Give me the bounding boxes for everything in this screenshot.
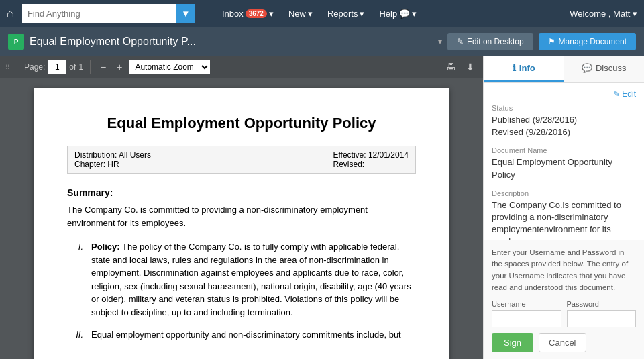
nav-reports[interactable]: Reports ▾ (321, 5, 372, 23)
reports-label: Reports (327, 9, 358, 19)
title-dropdown-icon[interactable]: ▾ (438, 37, 442, 46)
nav-inbox[interactable]: Inbox 3672 ▾ (215, 5, 280, 23)
pdf-effective: Effective: 12/01/2014 (333, 150, 409, 160)
inbox-label: Inbox (222, 9, 244, 19)
username-col: Username (492, 300, 561, 327)
list-content: Policy: The policy of the Company Co. is… (91, 240, 416, 319)
welcome-label: Welcome , Matt (570, 9, 630, 19)
right-panel: ℹ Info 💬 Discuss ✎ Edit Status Published… (483, 56, 644, 359)
sign-section: Enter your Username and Password in the … (484, 240, 644, 359)
tab-discuss[interactable]: 💬 Discuss (564, 56, 645, 82)
tab-info[interactable]: ℹ Info (484, 56, 564, 82)
pdf-distribution: Distribution: All Users (74, 150, 151, 160)
sign-button[interactable]: Sign (492, 333, 533, 352)
pdf-viewer: ⠿ Page: of 1 − + Automatic Zoom 🖶 ⬇ Equa… (0, 56, 483, 359)
pdf-revised: Revised: (333, 160, 409, 169)
top-navigation: ⌂ ▼ Inbox 3672 ▾ New ▾ Reports ▾ Help 💬 … (0, 0, 644, 27)
manage-document-button[interactable]: ⚑ Manage Document (539, 33, 636, 50)
pdf-download-button[interactable]: ⬇ (463, 60, 478, 74)
edit-label: Edit (622, 89, 636, 99)
help-label: Help (379, 9, 397, 19)
sign-form-buttons: Sign Cancel (492, 333, 636, 352)
pdf-toolbar-handle: ⠿ (5, 64, 10, 71)
pdf-content[interactable]: Equal Employment Opportunity Policy Dist… (0, 78, 483, 359)
nav-new[interactable]: New ▾ (282, 5, 319, 23)
list-num: II. (67, 328, 83, 342)
document-title: Equal Employment Opportunity P... (30, 36, 433, 48)
status-field: Status Published (9/28/2016) Revised (9/… (492, 104, 636, 138)
pdf-page-of: of (69, 62, 76, 72)
sign-instruction-text: Enter your Username and Password in the … (492, 247, 636, 293)
edit-pencil-icon: ✎ (613, 89, 620, 99)
help-dropdown-icon: ▾ (412, 9, 417, 19)
pdf-document-title: Equal Employment Opportunity Policy (67, 115, 416, 132)
username-input[interactable] (492, 310, 561, 327)
username-label: Username (492, 300, 561, 308)
tab-discuss-label: Discuss (596, 63, 627, 73)
pdf-print-button[interactable]: 🖶 (443, 60, 459, 74)
title-actions: ✎ Edit on Desktop ⚑ Manage Document (447, 33, 636, 50)
description-label: Description (492, 189, 636, 197)
panel-edit-link[interactable]: ✎ Edit (492, 89, 636, 99)
pdf-page-label: Page: (24, 62, 45, 72)
edit-on-desktop-button[interactable]: ✎ Edit on Desktop (447, 33, 533, 50)
pdf-summary-heading: Summary: (67, 187, 416, 198)
password-label: Password (567, 300, 637, 308)
pdf-page: Equal Employment Opportunity Policy Dist… (34, 88, 449, 359)
search-dropdown-button[interactable]: ▼ (176, 4, 195, 23)
pdf-meta-box: Distribution: All Users Chapter: HR Effe… (67, 146, 416, 174)
status-label: Status (492, 104, 636, 112)
tab-info-label: Info (519, 63, 535, 73)
reports-dropdown-icon: ▾ (360, 9, 364, 19)
pdf-page-input[interactable] (48, 60, 66, 74)
list-item: I. Policy: The policy of the Company Co.… (67, 240, 416, 319)
pdf-meta-right: Effective: 12/01/2014 Revised: (333, 150, 409, 169)
pdf-page-section: Page: of 1 (24, 60, 83, 74)
panel-tabs: ℹ Info 💬 Discuss (484, 56, 644, 83)
inbox-badge: 3672 (246, 9, 267, 18)
list-item: II. Equal employment opportunity and non… (67, 328, 416, 342)
cancel-button[interactable]: Cancel (539, 333, 586, 352)
help-chat-icon: 💬 (399, 9, 410, 19)
list-num: I. (67, 240, 83, 319)
search-input[interactable] (22, 4, 176, 23)
pdf-chapter: Chapter: HR (74, 160, 151, 169)
welcome-menu[interactable]: Welcome , Matt ▾ (570, 9, 637, 19)
inbox-dropdown-icon: ▾ (269, 9, 274, 19)
new-label: New (288, 9, 306, 19)
main-area: ⠿ Page: of 1 − + Automatic Zoom 🖶 ⬇ Equa… (0, 56, 644, 359)
doc-name-value: Equal Employment Opportunity Policy (492, 156, 636, 181)
status-value: Published (9/28/2016) Revised (9/28/2016… (492, 114, 636, 138)
panel-edit-area: ✎ Edit (492, 89, 636, 99)
home-icon[interactable]: ⌂ (7, 7, 14, 21)
info-icon: ℹ (513, 63, 516, 73)
edit-desktop-icon: ✎ (457, 37, 464, 46)
nav-items: Inbox 3672 ▾ New ▾ Reports ▾ Help 💬 ▾ (215, 5, 564, 23)
pdf-zoom-out-button[interactable]: − (97, 60, 109, 74)
search-container: ▼ (22, 4, 210, 23)
pdf-zoom-select[interactable]: Automatic Zoom (129, 60, 210, 74)
discuss-icon: 💬 (582, 63, 592, 73)
list-content: Equal employment opportunity and non-dis… (91, 328, 401, 342)
pdf-toolbar: ⠿ Page: of 1 − + Automatic Zoom 🖶 ⬇ (0, 56, 483, 78)
panel-info-content: ✎ Edit Status Published (9/28/2016) Revi… (484, 83, 644, 240)
document-icon: P (8, 34, 24, 50)
password-col: Password (567, 300, 637, 327)
pdf-policy-list: I. Policy: The policy of the Company Co.… (67, 240, 416, 342)
pdf-summary-text: The Company Co. is committed to providin… (67, 203, 416, 229)
pdf-page-total: 1 (78, 62, 83, 72)
pdf-zoom-in-button[interactable]: + (113, 60, 125, 74)
sign-form-row: Username Password (492, 300, 636, 327)
description-field: Description The Company Co.is committed … (492, 189, 636, 240)
doc-name-field: Document Name Equal Employment Opportuni… (492, 146, 636, 181)
nav-help[interactable]: Help 💬 ▾ (372, 5, 423, 23)
title-bar: P Equal Employment Opportunity P... ▾ ✎ … (0, 27, 644, 56)
doc-name-label: Document Name (492, 146, 636, 154)
pdf-meta-left: Distribution: All Users Chapter: HR (74, 150, 151, 169)
password-input[interactable] (567, 310, 637, 327)
welcome-dropdown-icon: ▾ (633, 9, 637, 19)
manage-doc-icon: ⚑ (548, 37, 555, 46)
description-value: The Company Co.is committed to providing… (492, 199, 636, 240)
new-dropdown-icon: ▾ (308, 9, 313, 19)
